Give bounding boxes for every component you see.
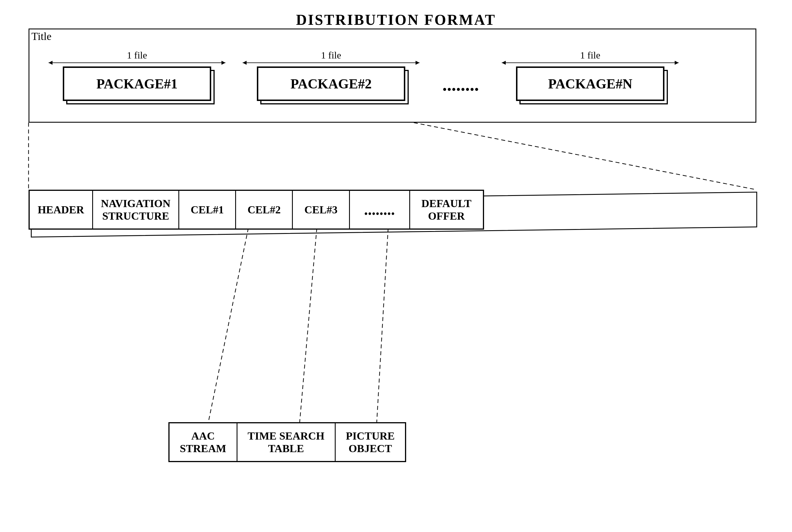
packages-dots: ........: [420, 74, 502, 95]
file-label-1: 1 file: [49, 50, 225, 61]
package-n-group: 1 file PACKAGE#N: [502, 50, 679, 101]
svg-line-4: [377, 228, 388, 422]
package-1-group: 1 file PACKAGE#1: [49, 50, 225, 101]
distribution-format-title: DISTRIBUTION FORMAT: [296, 12, 496, 28]
package-1-box: PACKAGE#1: [63, 66, 211, 101]
svg-line-2: [208, 228, 248, 422]
bottom-row: AAC STREAM TIME SEARCH TABLE PICTURE OBJ…: [168, 422, 406, 462]
package-2-box: PACKAGE#2: [257, 66, 405, 101]
middle-cell-header: HEADER: [30, 191, 93, 228]
bottom-cell-picture-object: PICTURE OBJECT: [336, 423, 405, 461]
package-n-box: PACKAGE#N: [516, 66, 664, 101]
middle-row: HEADER NAVIGATION STRUCTURE CEL#1 CEL#2 …: [29, 190, 484, 230]
bottom-cell-time-search: TIME SEARCH TABLE: [237, 423, 336, 461]
diagram: DISTRIBUTION FORMAT Title 1 file PACKAGE…: [0, 0, 792, 532]
file-label-2: 1 file: [243, 50, 420, 61]
bottom-cell-aac: AAC STREAM: [169, 423, 237, 461]
package-2-group: 1 file PACKAGE#2: [243, 50, 420, 101]
middle-cell-default-offer: DEFAULT OFFER: [410, 191, 483, 228]
file-label-n: 1 file: [502, 50, 679, 61]
middle-cell-nav: NAVIGATION STRUCTURE: [93, 191, 180, 228]
middle-cell-dots: ........: [350, 191, 410, 228]
svg-line-3: [300, 228, 317, 422]
middle-cell-cel1: CEL#1: [179, 191, 236, 228]
svg-line-1: [414, 123, 756, 190]
middle-cell-cel3: CEL#3: [293, 191, 350, 228]
middle-cell-cel2: CEL#2: [236, 191, 293, 228]
